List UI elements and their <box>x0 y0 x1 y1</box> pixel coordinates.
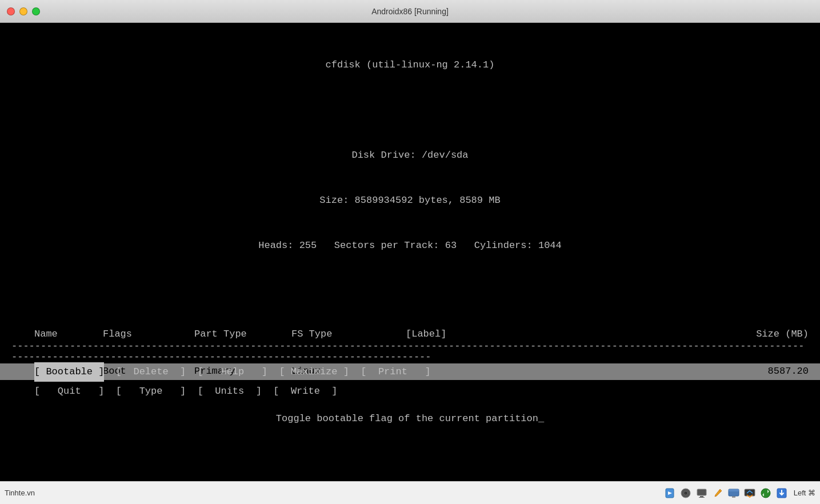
menu-type[interactable]: [ Type ] <box>116 382 186 401</box>
menu-print[interactable]: [ Print ] <box>361 362 430 382</box>
table-header: NameFlagsPart TypeFS Type[Label]Size (MB… <box>0 329 820 339</box>
taskbar-icon-5[interactable] <box>727 487 740 499</box>
svg-rect-12 <box>745 489 755 496</box>
taskbar-icon-4[interactable] <box>711 487 724 499</box>
menu-area: [ Bootable ] [ Delete ] [ Help ] [ Maxim… <box>0 362 820 401</box>
close-button[interactable] <box>7 7 15 15</box>
status-line: Toggle bootable flag of the current part… <box>0 413 820 424</box>
menu-row-2: [ Quit ] [ Type ] [ Units ] [ Write ] <box>0 382 820 401</box>
terminal-content: cfdisk (util-linux-ng 2.14.1) Disk Drive… <box>0 23 820 329</box>
svg-rect-5 <box>697 489 706 495</box>
minimize-button[interactable] <box>19 7 27 15</box>
svg-rect-10 <box>729 489 739 491</box>
status-text: Toggle bootable flag of the current part… <box>276 413 544 424</box>
menu-delete[interactable]: [ Delete ] <box>116 362 186 382</box>
menu-quit[interactable]: [ Quit ] <box>34 382 104 401</box>
window-title: Androidx86 [Running] <box>371 7 449 16</box>
col-header-label: [Label] <box>406 329 531 339</box>
col-header-flags: Flags <box>103 329 194 339</box>
taskbar-icon-7[interactable] <box>759 487 772 499</box>
taskbar-icon-6[interactable] <box>743 487 756 499</box>
taskbar-icons: Left ⌘ <box>663 487 815 499</box>
taskbar-icon-1[interactable] <box>663 487 676 499</box>
window-controls[interactable] <box>7 7 40 15</box>
geometry-line: Heads: 255 Sectors per Track: 63 Cylinde… <box>0 238 820 253</box>
app-title: cfdisk (util-linux-ng 2.14.1) <box>0 58 820 73</box>
col-header-name: Name <box>34 329 103 339</box>
menu-maximize[interactable]: [ Maximize ] <box>279 362 349 382</box>
svg-point-13 <box>761 489 770 498</box>
menu-help[interactable]: [ Help ] <box>198 362 267 382</box>
keyboard-indicator: Left ⌘ <box>794 489 815 497</box>
menu-units[interactable]: [ Units ] <box>198 382 262 401</box>
terminal[interactable]: cfdisk (util-linux-ng 2.14.1) Disk Drive… <box>0 23 820 481</box>
menu-write[interactable]: [ Write ] <box>273 382 337 401</box>
size-line: Size: 8589934592 bytes, 8589 MB <box>0 193 820 208</box>
menu-row-1: [ Bootable ] [ Delete ] [ Help ] [ Maxim… <box>0 362 820 382</box>
divider: ----------------------------------------… <box>0 339 820 363</box>
col-header-parttype: Part Type <box>194 329 291 339</box>
menu-bootable[interactable]: [ Bootable ] <box>34 362 104 382</box>
disk-drive: Disk Drive: /dev/sda <box>0 148 820 163</box>
svg-point-4 <box>685 492 686 494</box>
svg-rect-11 <box>732 497 735 498</box>
svg-rect-6 <box>700 496 703 497</box>
col-header-size: Size (MB) <box>756 329 809 339</box>
taskbar-icon-2[interactable] <box>679 487 692 499</box>
title-bar: Androidx86 [Running] <box>0 0 820 23</box>
svg-rect-7 <box>699 497 705 498</box>
taskbar: Tinhte.vn <box>0 481 820 504</box>
taskbar-icon-8[interactable] <box>775 487 788 499</box>
maximize-button[interactable] <box>32 7 40 15</box>
taskbar-icon-3[interactable] <box>695 487 708 499</box>
col-header-fstype: FS Type <box>291 329 406 339</box>
taskbar-brand: Tinhte.vn <box>5 489 35 497</box>
